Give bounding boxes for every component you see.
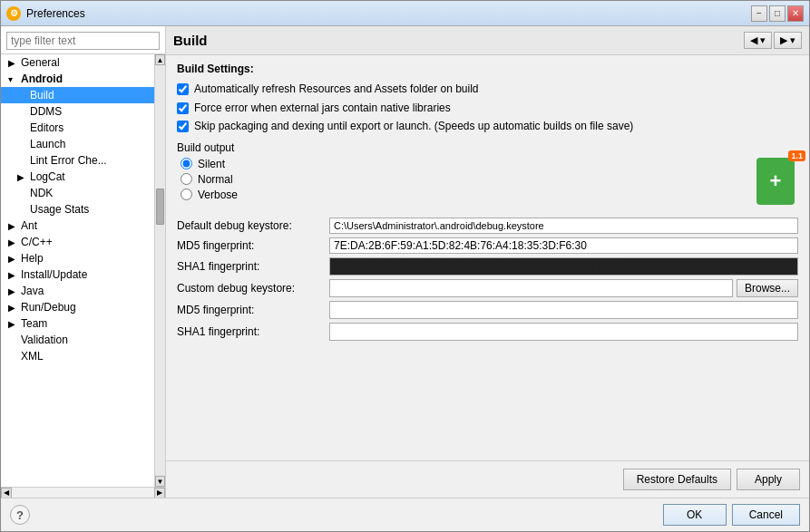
label-sha1-fingerprint2: SHA1 fingerprint: [177,325,322,338]
sidebar-item-logcat[interactable]: ▶LogCat [1,169,154,185]
ok-cancel-buttons: OK Cancel [663,504,800,526]
sidebar-item-usage_stats[interactable]: Usage Stats [1,201,154,218]
help-button[interactable]: ? [10,505,30,525]
build-settings-label: Build Settings: [177,63,798,75]
radio-normal-row: Normal [181,173,238,186]
radio-normal[interactable] [181,173,192,185]
scroll-up-arrow[interactable]: ▲ [155,54,165,65]
sidebar-item-validation[interactable]: Validation [1,332,154,348]
logcat-arrow-icon: ▶ [17,172,26,182]
sidebar-item-label-lint_error: Lint Error Che... [30,154,107,167]
value-default-keystore: C:\Users\Administrator\.android\debug.ke… [329,218,798,234]
radio-silent-row: Silent [181,158,238,170]
title-bar: ⚙ Preferences − □ ✕ [1,1,809,26]
sidebar-item-java[interactable]: ▶Java [1,283,154,299]
plugin-box: + [756,158,795,205]
sidebar-item-launch[interactable]: Launch [1,136,154,152]
checkbox-auto-refresh[interactable] [177,83,189,95]
scroll-down-arrow[interactable]: ▼ [155,476,165,487]
ant-arrow-icon: ▶ [8,221,17,231]
right-panel: Build ◀ ▾ ▶ ▾ Build Settings: Automatica… [166,26,809,498]
horizontal-scrollbar[interactable]: ◀ ▶ [1,487,165,498]
sidebar-item-ddms[interactable]: DDMS [1,103,154,120]
sidebar-item-ant[interactable]: ▶Ant [1,218,154,234]
hscroll-left-arrow[interactable]: ◀ [1,488,12,498]
plugin-badge: 1.1 [788,150,805,161]
build-settings-section: Build Settings: Automatically refresh Re… [177,63,798,134]
hscroll-right-arrow[interactable]: ▶ [154,488,165,498]
radio-verbose-label: Verbose [198,189,238,201]
checkbox-force-error[interactable] [177,102,189,114]
plugin-icon-container: 1.1 + [756,158,798,208]
sidebar-item-build[interactable]: Build [1,87,154,103]
browse-button[interactable]: Browse... [737,279,798,297]
sidebar: ▶General▾AndroidBuildDDMSEditorsLaunchLi… [1,26,166,498]
panel-content: Build Settings: Automatically refresh Re… [166,55,809,460]
java-arrow-icon: ▶ [8,286,17,296]
sidebar-item-cpp[interactable]: ▶C/C++ [1,234,154,250]
sidebar-item-label-android: Android [21,73,63,85]
checkbox-auto-refresh-label: Automatically refresh Resources and Asse… [194,82,479,97]
window-controls: − □ ✕ [751,5,804,22]
label-sha1-fingerprint1: SHA1 fingerprint: [177,260,322,273]
checkbox-skip-packaging-row: Skip packaging and dexing until export o… [177,120,798,134]
search-input[interactable] [6,32,160,50]
android-arrow-icon: ▾ [8,74,17,84]
sidebar-item-android[interactable]: ▾Android [1,71,154,87]
preferences-window: ⚙ Preferences − □ ✕ ▶General▾AndroidBuil… [0,0,810,532]
sidebar-item-label-build: Build [30,89,54,102]
sidebar-item-xml[interactable]: XML [1,348,154,364]
input-sha1-fingerprint2[interactable] [329,323,798,341]
radio-verbose[interactable] [181,189,192,200]
minimize-button[interactable]: − [751,5,767,22]
radio-silent[interactable] [181,158,192,169]
sidebar-item-label-help: Help [21,252,44,265]
checkbox-auto-refresh-row: Automatically refresh Resources and Asse… [177,82,798,97]
cancel-button[interactable]: Cancel [732,504,800,526]
run_debug-arrow-icon: ▶ [8,303,17,313]
dialog-bottom: ? OK Cancel [1,498,809,531]
scroll-track[interactable] [155,65,165,476]
form-fields: Default debug keystore: C:\Users\Adminis… [177,218,798,341]
input-custom-keystore[interactable] [329,279,733,297]
sidebar-item-ndk[interactable]: NDK [1,185,154,201]
ok-button[interactable]: OK [663,504,727,526]
sidebar-item-lint_error[interactable]: Lint Error Che... [1,152,154,169]
plugin-plus-icon: + [770,169,782,193]
checkbox-skip-packaging-label: Skip packaging and dexing until export o… [194,120,633,134]
vertical-scrollbar[interactable]: ▲ ▼ [154,54,165,487]
sidebar-item-help[interactable]: ▶Help [1,250,154,266]
nav-back-button[interactable]: ◀ ▾ [744,32,772,49]
team-arrow-icon: ▶ [8,319,17,329]
input-md5-fingerprint2[interactable] [329,301,798,319]
sidebar-item-label-launch: Launch [30,138,65,150]
sidebar-item-team[interactable]: ▶Team [1,315,154,332]
help-arrow-icon: ▶ [8,254,17,264]
checkbox-force-error-label: Force error when external jars contain n… [194,102,451,116]
close-button[interactable]: ✕ [787,5,804,22]
sidebar-item-label-ndk: NDK [30,187,53,199]
sidebar-item-label-cpp: C/C++ [21,236,53,248]
window-title: Preferences [26,7,751,20]
apply-button[interactable]: Apply [737,469,800,490]
maximize-button[interactable]: □ [769,5,786,22]
build-output-label: Build output [177,141,798,154]
scroll-thumb[interactable] [156,189,164,225]
sidebar-item-label-general: General [21,56,60,69]
sidebar-item-run_debug[interactable]: ▶Run/Debug [1,299,154,315]
sidebar-item-label-java: Java [21,285,44,297]
nav-buttons: ◀ ▾ ▶ ▾ [744,32,802,49]
checkbox-skip-packaging[interactable] [177,121,189,132]
panel-title: Build [173,33,208,48]
sidebar-item-editors[interactable]: Editors [1,120,154,136]
restore-defaults-button[interactable]: Restore Defaults [623,469,731,490]
sidebar-item-general[interactable]: ▶General [1,54,154,71]
sidebar-item-label-xml: XML [21,350,44,363]
radio-normal-label: Normal [198,173,233,186]
tree-list: ▶General▾AndroidBuildDDMSEditorsLaunchLi… [1,54,154,487]
label-custom-keystore: Custom debug keystore: [177,282,322,295]
build-output-radio-group: Silent Normal Verbose [181,158,238,201]
nav-forward-button[interactable]: ▶ ▾ [774,32,802,49]
panel-bottom-bar: Restore Defaults Apply [166,460,809,498]
sidebar-item-install_update[interactable]: ▶Install/Update [1,266,154,283]
